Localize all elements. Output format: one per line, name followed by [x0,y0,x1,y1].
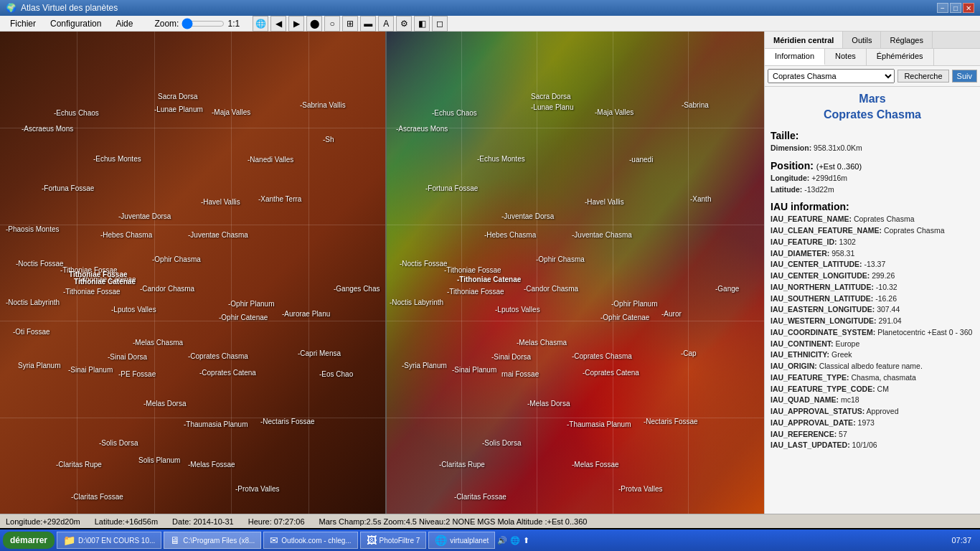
zoom-slider[interactable] [182,18,225,29]
size-title: Taille: [771,130,974,141]
dark-circle-button[interactable]: ⬤ [306,16,322,32]
label-aurorae: -Aurorae Planu [282,310,330,318]
statusbar: Longitude:+292d20m Latitude:+16d56m Date… [0,514,980,528]
r-label-hebes: -Hebes Chasma [484,231,536,239]
status-latitude: Latitude:+16d56m [95,517,158,526]
taskbar-app-0[interactable]: 📁 D:\007 EN COURS 10... [57,532,161,549]
close-button[interactable]: ✕ [963,3,974,13]
iau-row: IAU_APPROVAL_DATE: 1973 [771,418,974,429]
subtab-notes[interactable]: Notes [825,49,867,65]
taskbar-label-1: C:\Program Files (x8... [183,537,255,545]
start-button[interactable]: démarrer [3,532,55,549]
label-havel: -Havel Vallis [201,198,240,206]
label-syria: Syria Planum [18,362,60,369]
prev-button[interactable]: ◀ [270,16,286,32]
text-button[interactable]: A [378,16,394,32]
label-sacra: Sacra Dorsa [158,93,198,100]
subtab-ephemerides[interactable]: Éphémérides [867,49,934,65]
r-label-sabrina: -Sabrina [682,101,709,109]
split-button[interactable]: ◧ [414,16,430,32]
menu-aide[interactable]: Aide [108,17,140,30]
tab-meridien[interactable]: Méridien central [765,32,843,48]
iau-row: IAU_FEATURE_NAME: Coprates Chasma [771,214,974,225]
taskbar-icon-3: 🖼 [367,534,377,546]
grid-button[interactable]: ⊞ [342,16,358,32]
r-label-pe-fossae: rnai Fossae [501,370,539,378]
iau-row: IAU_REFERENCE: 57 [771,429,974,441]
label-ophir-chasma: -Ophir Chasma [152,255,201,263]
label-melas-fossae: -Melas Fossae [188,461,235,468]
label-hebes: -Hebes Chasma [100,231,152,239]
label-xanthe: -Xanthe Terra [258,195,301,203]
status-date: Date: 2014-10-31 [172,517,234,526]
panel-top-tabs: Méridien central Outils Réglages [765,32,980,49]
r-label-noctis-lab: -Noctis Labyrinth [390,298,443,306]
r-label-juventae-dorsa: -Juventae Dorsa [501,212,554,220]
tray-icon-volume: 🔊 [497,536,507,545]
search-select[interactable]: Coprates Chasma [768,69,895,83]
map-right[interactable]: -Ascraeus Mons -Echus Chaos Sacra Dorsa … [385,32,764,514]
gear-button[interactable]: ⚙ [396,16,412,32]
r-label-tithoniae2: -Tithoniae Fossae [447,288,504,296]
label-sabrina: -Sabrina Vallis [300,101,346,109]
r-label-ascraeus: -Ascraeus Mons [396,125,448,133]
globe-button[interactable]: 🌐 [253,16,268,32]
iau-row: IAU_EASTERN_LONGITUDE: 307.44 [771,304,974,316]
search-button[interactable]: Recherche [897,70,948,83]
taskbar-app-3[interactable]: 🖼 PhotoFiltre 7 [360,532,427,549]
latitude-row: Latitude: -13d22m [771,184,974,196]
iau-row: IAU_CONTINENT: Europe [771,339,974,350]
taskbar-icon-0: 📁 [63,534,75,546]
label-oti: -Oti Fossae [13,328,50,336]
label-protva: -Protva Valles [235,485,280,493]
map-left[interactable]: -Ascraeus Mons -Echus Chaos Sacra Dorsa … [0,32,385,514]
menu-configuration[interactable]: Configuration [43,17,108,30]
planet-name: Mars [771,93,974,105]
iau-title: IAU information: [771,201,974,212]
label-ganges: -Ganges Chas [334,285,380,293]
minimize-button[interactable]: − [937,3,948,13]
r-label-protva: -Protva Valles [618,485,663,493]
circle-button[interactable]: ○ [324,16,340,32]
label-capri: -Capri Mensa [298,349,341,357]
subtab-information[interactable]: Information [765,49,825,65]
label-ophir-planum: -Ophir Planum [228,300,274,308]
r-label-melas-chasma: -Melas Chasma [517,339,567,347]
r-label-echus-chaos: -Echus Chaos [432,109,477,117]
menubar: Fichier Configuration Aide Zoom: 1:1 🌐 ◀… [0,16,980,32]
label-maja: -Maja Valles [212,108,250,116]
r-label-candor: -Candor Chasma [524,285,578,293]
tab-reglages[interactable]: Réglages [881,32,932,48]
next-button[interactable]: ▶ [288,16,304,32]
taskbar-label-3: PhotoFiltre 7 [380,537,420,545]
r-label-sinai-dorsa: -Sinai Dorsa [491,353,531,361]
label-pe-fossae: -PE Fossae [118,370,156,378]
taskbar-icon-1: 🖥 [170,534,180,546]
iau-row: IAU_NORTHERN_LATITUDE: -10.32 [771,282,974,293]
label-sh: -Sh [323,136,334,143]
map-area[interactable]: -Ascraeus Mons -Echus Chaos Sacra Dorsa … [0,32,764,514]
label-fortuna: -Fortuna Fossae [42,184,94,192]
square-button[interactable]: ◻ [432,16,448,32]
panel-sub-tabs: Information Notes Éphémérides [765,49,980,66]
dimension-row: Dimension: 958.31x0.0Km [771,143,974,154]
label-eos: -Eos Chao [319,370,353,378]
maximize-button[interactable]: □ [950,3,961,13]
r-label-noctis-fossae: -Noctis Fossae [400,260,448,268]
label-echus-montes: -Echus Montes [93,155,141,163]
iau-row: IAU_CENTER_LONGITUDE: 299.26 [771,270,974,282]
taskbar-app-1[interactable]: 🖥 C:\Program Files (x8... [164,532,261,549]
taskbar-app-2[interactable]: ✉ Outlook.com - chleg... [263,532,357,549]
next-button[interactable]: Suiv [952,70,977,83]
iau-row: IAU_LAST_UPDATED: 10/1/06 [771,440,974,451]
app-icon: 🌍 [6,3,17,13]
taskbar-app-4[interactable]: 🌐 virtualplanet [428,532,495,549]
iau-row: IAU_DIAMETER: 958.31 [771,248,974,260]
dash-button[interactable]: ▬ [360,16,376,32]
label-tithoniae-cat-bold: Tithoniae Catenae [74,278,136,286]
menu-fichier[interactable]: Fichier [3,17,43,30]
tab-outils[interactable]: Outils [843,32,881,48]
iau-section: IAU information: IAU_FEATURE_NAME: Copra… [771,201,974,451]
info-content[interactable]: Mars Coprates Chasma Taille: Dimension: … [765,87,980,514]
r-label-aurorae: -Auror [661,310,682,318]
